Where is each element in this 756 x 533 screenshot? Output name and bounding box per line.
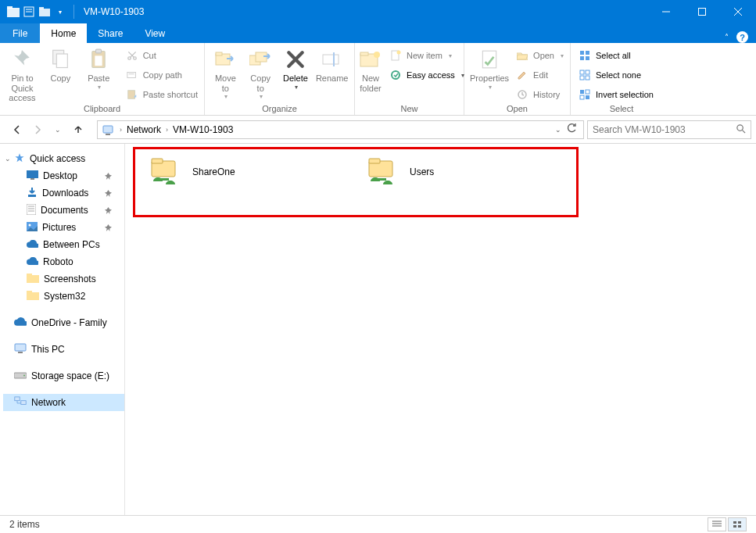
pin-icon (9, 47, 34, 72)
view-large-icons-button[interactable] (728, 517, 747, 531)
content-pane[interactable]: ShareOne Users (125, 144, 756, 515)
minimize-button[interactable] (648, 0, 684, 23)
svg-rect-63 (27, 291, 32, 293)
onedrive-cloud-icon (14, 317, 27, 328)
paste-button[interactable]: Paste ▾ (80, 45, 118, 91)
history-clock-icon (516, 88, 528, 101)
onedrive-cloud-icon (27, 256, 38, 267)
ribbon-group-open: Properties▾ Open▾ Edit History Open (464, 43, 571, 115)
nav-back-button[interactable] (9, 122, 25, 138)
move-to-button[interactable]: Move to▾ (208, 45, 243, 100)
tab-home[interactable]: Home (40, 23, 87, 43)
breadcrumb-network[interactable]: Network (125, 124, 163, 135)
select-none-icon (579, 69, 591, 81)
svg-rect-80 (738, 521, 741, 524)
nav-documents[interactable]: Documents (3, 202, 124, 219)
svg-rect-36 (586, 51, 589, 55)
svg-rect-15 (95, 55, 102, 66)
history-button[interactable]: History (513, 86, 567, 103)
svg-rect-74 (369, 159, 380, 163)
svg-rect-20 (127, 91, 134, 99)
this-pc-icon (14, 343, 27, 356)
address-dropdown-icon[interactable]: ⌄ (555, 126, 561, 134)
nav-storage[interactable]: Storage space (E:) (3, 367, 124, 385)
select-all-button[interactable]: Select all (575, 47, 657, 64)
nav-forward-button[interactable] (30, 122, 45, 138)
svg-rect-51 (27, 170, 38, 178)
new-folder-button[interactable]: New folder (358, 45, 383, 93)
ribbon-collapse-icon[interactable]: ˄ (725, 33, 729, 41)
invert-selection-button[interactable]: Invert selection (575, 86, 657, 103)
folder-icon (27, 274, 39, 285)
ribbon-group-new: New folder New item▾ Easy access▾ New (355, 43, 464, 115)
nav-pictures[interactable]: Pictures (3, 219, 124, 236)
breadcrumb-host[interactable]: VM-W10-1903 (171, 124, 235, 135)
open-button[interactable]: Open▾ (513, 47, 567, 64)
nav-between-pcs[interactable]: Between PCs (3, 236, 124, 253)
refresh-button[interactable] (566, 123, 577, 136)
select-none-button[interactable]: Select none (575, 66, 657, 84)
group-label-open: Open (464, 104, 570, 115)
svg-rect-39 (580, 70, 584, 74)
tab-share[interactable]: Share (87, 23, 134, 43)
rename-icon (320, 47, 345, 72)
nav-up-button[interactable] (70, 122, 86, 138)
group-label-select: Select (571, 104, 672, 115)
address-bar[interactable]: › Network › VM-W10-1903 ⌄ (97, 120, 584, 139)
nav-system32[interactable]: System32 (3, 288, 124, 305)
cut-button[interactable]: Cut (123, 47, 201, 64)
easy-access-button[interactable]: Easy access▾ (386, 66, 468, 84)
nav-desktop[interactable]: Desktop (3, 167, 124, 184)
tab-file[interactable]: File (0, 23, 40, 43)
qat-dropdown-icon[interactable]: ▾ (53, 5, 67, 19)
nav-downloads[interactable]: Downloads (3, 184, 124, 202)
svg-rect-8 (699, 9, 706, 16)
view-details-button[interactable] (708, 517, 726, 531)
nav-network[interactable]: Network (3, 394, 124, 411)
group-label-organize: Organize (205, 104, 354, 115)
qat-properties-icon[interactable] (22, 5, 36, 19)
svg-rect-82 (738, 525, 741, 528)
nav-recent-dropdown[interactable]: ⌄ (50, 122, 66, 138)
nav-quick-access[interactable]: ⌄ Quick access (3, 150, 124, 167)
new-item-button[interactable]: New item▾ (386, 47, 468, 64)
search-box[interactable]: Search VM-W10-1903 (587, 120, 751, 139)
copy-button[interactable]: Copy (41, 45, 80, 84)
copy-to-button[interactable]: Copy to▾ (243, 45, 278, 100)
svg-line-50 (742, 130, 745, 133)
svg-rect-52 (30, 178, 34, 180)
rename-button[interactable]: Rename (313, 45, 351, 84)
svg-rect-28 (360, 52, 368, 55)
nav-this-pc[interactable]: This PC (3, 341, 124, 358)
svg-point-31 (397, 51, 401, 55)
downloads-icon (27, 187, 38, 200)
chevron-down-icon[interactable]: ⌄ (5, 155, 11, 163)
svg-rect-40 (586, 70, 589, 74)
paste-icon (86, 47, 111, 72)
paste-shortcut-button[interactable]: Paste shortcut (123, 86, 201, 103)
svg-rect-71 (152, 159, 163, 163)
copy-path-button[interactable]: Copy path (123, 66, 201, 84)
svg-rect-54 (27, 204, 36, 215)
close-button[interactable] (720, 0, 756, 23)
star-icon (14, 152, 25, 166)
nav-onedrive[interactable]: OneDrive - Family (3, 314, 124, 331)
nav-roboto[interactable]: Roboto (3, 253, 124, 270)
network-share-icon (366, 156, 399, 188)
chevron-right-icon[interactable]: › (163, 126, 171, 134)
properties-button[interactable]: Properties▾ (468, 45, 511, 91)
help-icon[interactable]: ? (736, 31, 748, 43)
tab-view[interactable]: View (134, 23, 176, 43)
edit-button[interactable]: Edit (513, 66, 567, 84)
delete-button[interactable]: Delete▾ (278, 45, 314, 91)
breadcrumb-root-icon[interactable] (101, 124, 116, 135)
chevron-right-icon[interactable]: › (116, 126, 125, 134)
search-placeholder: Search VM-W10-1903 (593, 124, 686, 135)
svg-rect-18 (127, 73, 136, 78)
qat-new-folder-icon[interactable] (38, 5, 52, 19)
svg-rect-72 (159, 178, 169, 181)
maximize-button[interactable] (684, 0, 720, 23)
pin-quick-access-button[interactable]: Pin to Quick access (3, 45, 41, 103)
nav-screenshots[interactable]: Screenshots (3, 270, 124, 288)
drive-icon (14, 370, 27, 381)
